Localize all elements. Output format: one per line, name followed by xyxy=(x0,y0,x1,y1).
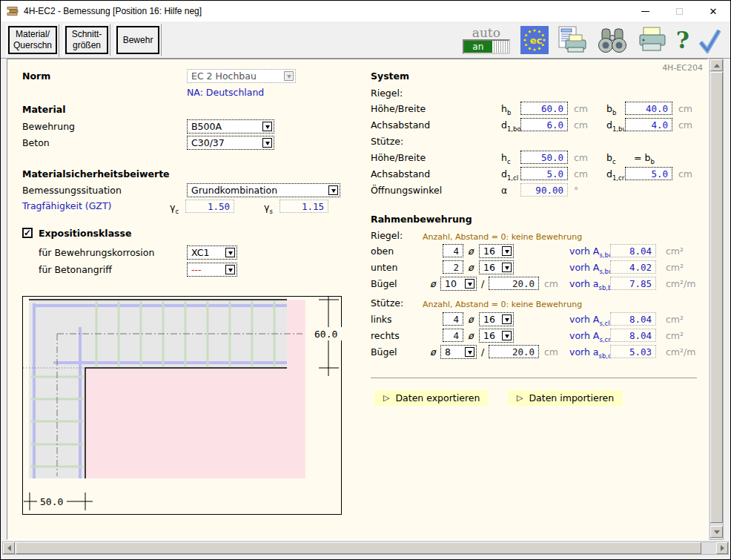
chevron-down-icon[interactable] xyxy=(225,265,235,274)
tab-bewehrung[interactable]: Bewehr xyxy=(114,24,162,56)
close-icon: ✕ xyxy=(710,7,718,16)
achsabstand-stuetze-label: Achsabstand xyxy=(371,169,430,179)
vertical-scroll-thumb[interactable] xyxy=(710,72,723,523)
hc-field[interactable]: 50.0 xyxy=(520,151,568,164)
situation-label: Bemessungssituation xyxy=(22,185,122,196)
chevron-down-icon[interactable] xyxy=(465,279,474,289)
links-dia-symbol: ø xyxy=(468,314,474,325)
chevron-down-icon[interactable] xyxy=(328,185,338,195)
scroll-left-button[interactable] xyxy=(3,542,15,554)
minimize-button[interactable] xyxy=(628,1,662,22)
d1bu-field[interactable]: 4.0 xyxy=(625,118,672,131)
binoculars-icon[interactable] xyxy=(596,25,629,55)
unten-count-field[interactable]: 2 xyxy=(443,260,463,274)
unten-dia-dropdown[interactable]: 16 xyxy=(479,260,514,274)
chevron-down-icon[interactable] xyxy=(262,138,272,148)
protocol-print-icon[interactable] xyxy=(557,25,588,55)
links-count-field[interactable]: 4 xyxy=(443,312,463,326)
gamma-c-value: 1.50 xyxy=(185,200,234,213)
oben-count-field[interactable]: 4 xyxy=(443,244,463,257)
korrosion-dropdown[interactable]: XC1 xyxy=(187,246,237,260)
bb-symbol: bb xyxy=(606,104,616,114)
asbo-value: 8.04 xyxy=(610,244,656,257)
ascl-label: vorh As,cl xyxy=(569,314,610,325)
d1bo-field[interactable]: 6.0 xyxy=(520,118,568,131)
chevron-down-icon[interactable] xyxy=(502,263,512,272)
asbo-label: vorh As,bo xyxy=(569,246,612,257)
bewehrung-label: Bewehrung xyxy=(22,122,75,132)
export-button[interactable]: ▷ Daten exportieren xyxy=(374,390,489,406)
bewehrung-dropdown[interactable]: B500A xyxy=(187,119,274,134)
bc-equals: = bb xyxy=(634,153,655,163)
asbo-unit: cm² xyxy=(666,246,684,257)
rechts-dia-dropdown[interactable]: 16 xyxy=(479,329,514,343)
bb-field[interactable]: 40.0 xyxy=(625,102,672,115)
d1bu-symbol: d1,bu xyxy=(606,120,626,131)
ascl-value: 8.04 xyxy=(610,312,656,326)
asbc-label: vorh asb,c xyxy=(569,347,612,358)
gamma-s-value: 1.15 xyxy=(280,200,328,213)
bc-symbol: bc xyxy=(606,153,616,163)
run-arrow-icon: ▷ xyxy=(383,393,389,403)
system-riegel-label: Riegel: xyxy=(371,88,403,99)
buegel-riegel-spacing-field[interactable]: 20.0 xyxy=(489,277,539,290)
buegel-stuetze-spacing-field[interactable]: 20.0 xyxy=(489,345,539,358)
angriff-dropdown[interactable]: --- xyxy=(187,263,237,277)
horizontal-scroll-thumb[interactable] xyxy=(16,542,701,554)
d1cl-symbol: d1,cl xyxy=(501,169,518,179)
oben-dia-dropdown[interactable]: 16 xyxy=(479,244,514,258)
chevron-down-icon[interactable] xyxy=(502,314,512,324)
rechts-dia-symbol: ø xyxy=(468,331,474,341)
asbc-unit: cm²/m xyxy=(666,347,695,358)
rahmen-stuetze-label: Stütze: xyxy=(371,298,403,309)
rechts-count-field[interactable]: 4 xyxy=(443,329,463,342)
hc-unit: cm xyxy=(574,153,588,163)
sicherheit-header: Materialsicherheitsbeiwerte xyxy=(22,169,170,179)
chevron-down-icon[interactable] xyxy=(225,248,235,257)
national-annex-label: NA: Deutschland xyxy=(187,88,264,98)
situation-dropdown[interactable]: Grundkombination xyxy=(187,183,340,197)
d1cr-field[interactable]: 5.0 xyxy=(625,167,672,180)
scroll-down-button[interactable] xyxy=(710,526,723,538)
scroll-right-button[interactable] xyxy=(716,542,728,554)
dim-width-label: 50.0 xyxy=(40,496,63,507)
buegel-stuetze-dia-dropdown[interactable]: 8 xyxy=(440,345,477,359)
chevron-down-icon[interactable] xyxy=(502,331,512,340)
buegel-riegel-dia-dropdown[interactable]: 10 xyxy=(440,277,477,291)
riegel-hint: Anzahl, Abstand = 0: keine Bewehrung xyxy=(423,232,582,243)
system-header: System xyxy=(371,71,409,82)
toolbar: Material/ Querschn Schnitt- größen Beweh… xyxy=(1,22,730,59)
tab-material-querschnitt[interactable]: Material/ Querschn xyxy=(6,24,59,57)
eurocode-icon[interactable]: ec xyxy=(520,26,549,54)
horizontal-scrollbar[interactable] xyxy=(2,541,729,555)
chevron-down-icon[interactable] xyxy=(502,246,512,256)
asbu-value: 4.02 xyxy=(610,260,656,274)
vertical-scrollbar[interactable] xyxy=(710,59,724,540)
gamma-c-symbol: γc xyxy=(170,202,179,213)
chevron-down-icon[interactable] xyxy=(465,347,474,357)
import-button[interactable]: ▷ Daten importieren xyxy=(508,390,623,406)
printer-icon[interactable] xyxy=(637,25,668,55)
system-stuetze-label: Stütze: xyxy=(371,136,403,147)
norm-label: Norm xyxy=(22,71,50,82)
auto-toggle[interactable]: auto an xyxy=(460,27,512,54)
links-dia-dropdown[interactable]: 16 xyxy=(479,312,514,326)
chevron-down-icon[interactable] xyxy=(262,122,272,131)
exposition-checkbox[interactable]: ✓ xyxy=(22,228,33,238)
hb-field[interactable]: 60.0 xyxy=(520,102,568,115)
d1cl-field[interactable]: 5.0 xyxy=(520,167,568,180)
achsabstand-riegel-label: Achsabstand xyxy=(371,120,430,131)
arrow-up-icon xyxy=(714,61,720,67)
close-button[interactable]: ✕ xyxy=(696,1,730,22)
svg-text:ec: ec xyxy=(530,35,543,46)
tab-schnittgroessen[interactable]: Schnitt- größen xyxy=(63,24,110,56)
help-icon[interactable]: ? xyxy=(676,27,689,53)
scroll-up-button[interactable] xyxy=(710,59,723,71)
confirm-check-icon[interactable] xyxy=(698,27,721,53)
beton-dropdown[interactable]: C30/37 xyxy=(187,136,274,150)
frame-corner-drawing: 60.0 50.0 xyxy=(22,296,342,515)
korrosion-label: für Bewehrungskorrosion xyxy=(39,248,154,258)
minimize-icon xyxy=(641,11,649,12)
unten-dia-symbol: ø xyxy=(468,263,474,273)
ascl-unit: cm² xyxy=(666,314,684,325)
